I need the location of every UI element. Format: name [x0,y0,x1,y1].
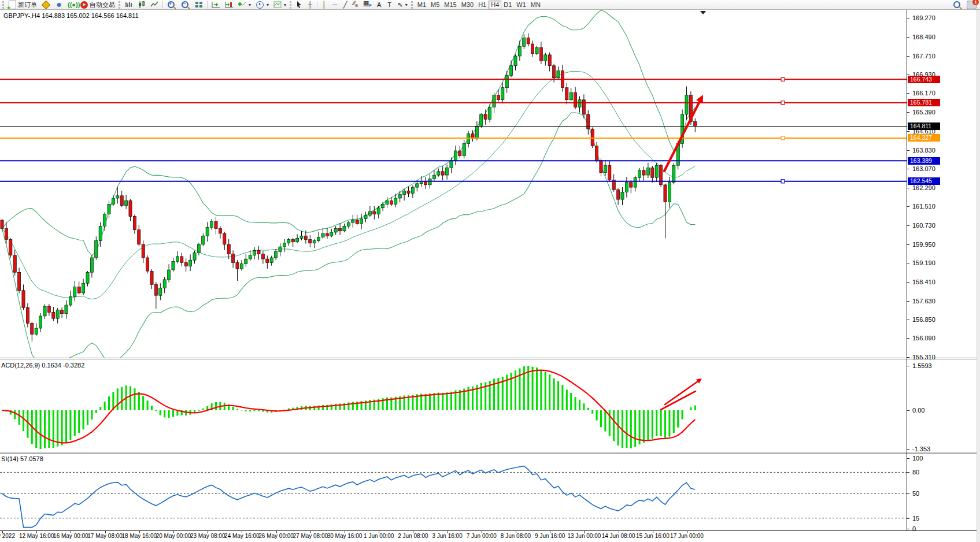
autotrade-icon [80,1,88,9]
channel-tool[interactable]: ∕∕E [350,1,361,9]
tile-windows-icon [195,1,203,8]
toolbar-grip[interactable] [119,1,120,9]
vertical-line-tool[interactable]: │ [319,1,330,9]
price-line-badge: 163.389 [908,157,940,165]
autotrade-button[interactable]: 自动交易 [78,1,117,9]
auto-scroll-button[interactable] [209,1,223,9]
time-axis-label: 27 May 08:00 [284,533,336,539]
tile-windows-button[interactable] [193,1,205,9]
time-axis-label: 17 Jun 00:00 [661,533,713,539]
pane-separator[interactable] [0,358,980,358]
time-axis-label: 9 Jun 16:00 [524,533,576,539]
toolbar-grip[interactable] [290,1,291,9]
time-axis-label: 15 Jun 16:00 [627,533,679,539]
crosshair-tool-button[interactable]: ┼ [305,1,315,9]
time-axis-label: 2 Jun 08:00 [387,533,439,539]
price-line-badge: 164.327 [908,134,940,142]
text-label-tool[interactable]: T [384,1,395,9]
toolbar-grip[interactable] [2,1,4,9]
price-line-badge: 166.743 [908,76,940,83]
new-order-label: 新订单 [18,1,37,9]
price-axis-label: 165.390 [912,109,935,116]
chart-header-quote: GBPJPY-,H4 164.883 165.002 164.566 164.8… [3,12,139,19]
templates-button[interactable]: ▾ [271,1,289,9]
pane-separator [0,359,980,359]
price-chart-canvas[interactable] [0,10,907,358]
time-axis-label: 3 Jun 16:00 [421,533,474,539]
periods-button[interactable]: ▾ [253,1,271,9]
chart-shift-button[interactable] [223,1,236,9]
rsi-pane-canvas[interactable] [0,454,907,530]
styler-button[interactable] [39,1,53,9]
time-axis-label: 13 Jun 00:00 [558,533,610,539]
arrows-tool[interactable]: ⇖▾ [395,1,410,9]
price-axis-label: 159.190 [912,259,935,266]
zoom-in-button[interactable]: + [165,1,179,9]
zoom-out-button[interactable]: − [179,1,193,9]
chart-shift-icon [225,1,234,8]
tab-m5[interactable]: M5 [428,1,442,9]
price-axis-label: 167.710 [912,53,935,60]
bollinger-bands [2,10,696,358]
time-axis-label: 8 Jun 08:00 [490,533,542,539]
time-axis-label: May 2022 [0,533,28,539]
candlestick-chart-button[interactable] [135,1,148,9]
clock-icon [256,1,264,9]
tab-h1[interactable]: H1 [476,1,489,9]
indicators-button[interactable]: ▾ [236,1,253,9]
pane-separator[interactable] [0,452,980,452]
fibonacci-icon: ▦F [363,0,372,10]
macd-histogram [2,366,696,449]
rsi-axis-label: 15 [912,515,919,522]
toolbar-grip[interactable] [411,1,413,9]
price-line-badge: 162.545 [908,177,940,185]
line-chart-button[interactable] [148,1,161,9]
fibonacci-tool[interactable]: ▦F [361,1,374,9]
zoom-out-icon: − [182,1,188,8]
mt4-window: + 新订单 ☻ ((●)) 自动交易 + − ▾ ▾ ▾ ┼ │ ─ ╱ ∕∕E… [0,0,980,542]
time-axis-label: 7 Jun 00:00 [456,533,508,539]
text-tool[interactable]: A [374,1,384,9]
tab-d1[interactable]: D1 [501,1,514,9]
bar-chart-button[interactable] [123,1,135,9]
time-axis-border [0,530,980,531]
signals-icon: ((●)) [68,1,76,9]
search-button[interactable] [951,1,964,9]
price-axis-label: 159.950 [912,241,935,248]
macd-pane-canvas[interactable] [0,360,907,451]
rsi-axis-label: 100 [912,455,923,462]
tab-m1[interactable]: M1 [415,1,428,9]
tab-w1[interactable]: W1 [514,1,528,9]
autotrade-label: 自动交易 [90,1,115,9]
market-watch-button[interactable]: ☻ [53,1,65,9]
cursor-tool-button[interactable] [294,1,305,9]
chart-shift-marker [700,11,706,14]
horizontal-line-icon: ─ [332,1,338,9]
toolbar: + 新订单 ☻ ((●)) 自动交易 + − ▾ ▾ ▾ ┼ │ ─ ╱ ∕∕E… [0,0,980,10]
tab-h4[interactable]: H4 [489,1,501,9]
pane-separator [0,453,980,454]
tab-mn[interactable]: MN [528,1,543,9]
price-axis-label: 166.930 [912,71,935,78]
tab-m15[interactable]: M15 [442,1,458,9]
time-axis-label: 30 May 16:00 [319,533,371,539]
price-axis-label: 156.090 [912,335,935,341]
bar-chart-icon [125,1,133,8]
notification-bubble-icon: 1 [967,1,977,9]
new-order-icon: + [9,1,16,9]
vertical-line-icon: │ [321,1,327,9]
notifications-button[interactable]: 1 [964,1,979,9]
price-axis-label: 166.170 [912,90,935,96]
signals-button[interactable]: ((●)) [65,1,78,9]
macd-trend-arrow[interactable] [661,378,702,410]
trendline-tool[interactable]: ╱ [340,1,350,9]
trend-arrow[interactable] [664,95,703,171]
new-order-button[interactable]: + 新订单 [6,1,39,9]
tab-m30[interactable]: M30 [459,1,476,9]
channel-icon: ∕∕E [353,0,358,10]
time-axis-label: 26 May 00:00 [250,533,302,539]
price-axis-label: 162.290 [912,184,935,191]
time-axis-label: 16 May 00:00 [45,533,97,539]
notification-badge: 1 [972,0,979,5]
horizontal-line-tool[interactable]: ─ [330,1,340,9]
